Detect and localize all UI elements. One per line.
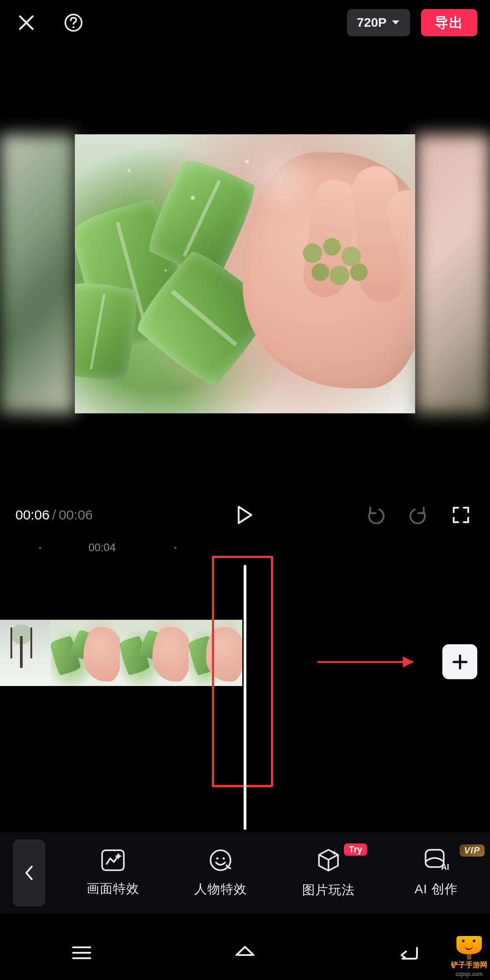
svg-point-1 <box>73 26 74 28</box>
play-icon <box>237 505 253 524</box>
clip-thumbnail[interactable] <box>0 620 51 686</box>
chevron-left-icon <box>24 865 34 881</box>
add-clip-button[interactable] <box>442 644 477 679</box>
vip-badge: VIP <box>460 844 485 857</box>
resolution-label: 720P <box>357 15 387 30</box>
redo-button[interactable] <box>405 501 432 529</box>
svg-text:AI: AI <box>441 862 449 872</box>
effect-tab-ai-create[interactable]: VIP AI AI 创作 <box>382 848 490 898</box>
screen-fx-icon <box>100 848 126 872</box>
preview-pillar-left <box>0 134 75 413</box>
back-icon <box>398 945 419 960</box>
fullscreen-button[interactable] <box>447 501 475 529</box>
help-button[interactable] <box>60 9 87 36</box>
playhead[interactable] <box>244 565 246 810</box>
effects-toolbar: 画面特效 人物特效 Try 图片玩法 VIP <box>0 832 490 914</box>
export-label: 导出 <box>435 14 464 32</box>
effect-label: AI 创作 <box>415 881 458 898</box>
effect-label: 人物特效 <box>194 881 247 898</box>
effect-tab-image-play[interactable]: Try 图片玩法 <box>274 847 382 899</box>
svg-point-4 <box>216 858 219 860</box>
effect-label: 图片玩法 <box>302 882 355 899</box>
nav-menu-button[interactable] <box>68 939 95 966</box>
undo-button[interactable] <box>362 501 389 529</box>
portrait-fx-icon <box>208 848 233 872</box>
playhead-lower <box>244 757 246 830</box>
annotation-arrow <box>318 661 413 663</box>
ai-create-icon: AI <box>423 848 449 872</box>
close-icon <box>17 14 35 32</box>
total-time: 00:06 <box>59 507 93 523</box>
effects-back-button[interactable] <box>13 839 45 906</box>
preview-pillar-right <box>415 134 490 413</box>
playback-controls: 00:06 / 00:06 <box>0 497 490 533</box>
redo-icon <box>408 506 428 524</box>
fullscreen-icon <box>452 506 470 524</box>
time-separator: / <box>52 507 56 523</box>
clip-thumbnail[interactable] <box>189 620 242 686</box>
top-bar: 720P 导出 <box>0 0 490 45</box>
nav-back-button[interactable] <box>395 939 422 966</box>
try-badge: Try <box>344 843 367 856</box>
clip-thumbnail[interactable] <box>51 620 120 686</box>
effect-tab-portrait-fx[interactable]: 人物特效 <box>167 848 275 898</box>
svg-point-5 <box>223 858 225 860</box>
nav-home-button[interactable] <box>231 939 259 966</box>
caret-down-icon <box>391 20 400 26</box>
resolution-selector[interactable]: 720P <box>347 9 410 36</box>
menu-icon <box>72 946 91 960</box>
system-nav-bar <box>0 926 490 980</box>
undo-icon <box>366 506 386 524</box>
help-icon <box>64 13 83 33</box>
clip-thumbnail[interactable] <box>120 620 189 686</box>
close-button[interactable] <box>13 9 40 36</box>
effect-tab-screen-fx[interactable]: 画面特效 <box>59 848 167 897</box>
export-button[interactable]: 导出 <box>421 9 477 36</box>
clip-track[interactable] <box>0 620 242 686</box>
video-preview[interactable] <box>0 134 490 413</box>
plus-icon <box>451 653 469 671</box>
play-button[interactable] <box>231 501 259 529</box>
timeline[interactable] <box>0 539 490 832</box>
home-icon <box>234 944 256 961</box>
image-play-icon <box>315 847 342 873</box>
current-time: 00:06 <box>15 507 49 523</box>
effect-label: 画面特效 <box>87 880 139 897</box>
preview-frame <box>75 134 415 413</box>
